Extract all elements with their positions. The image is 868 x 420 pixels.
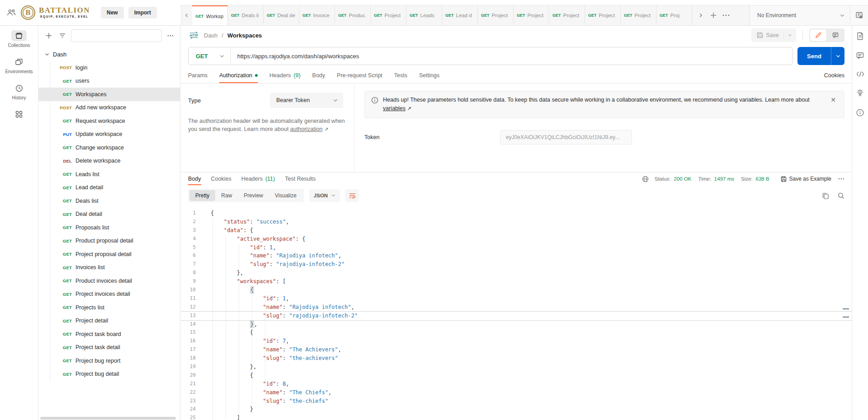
request-item[interactable]: GETProject bug detail [38,368,180,381]
request-item[interactable]: PUTUpdate workspace [38,128,180,141]
save-button[interactable]: Save [751,28,797,42]
request-item[interactable]: GETInvoices list [38,261,180,275]
import-button[interactable]: Import [128,7,157,19]
request-tab-5[interactable]: GETProduc [335,5,371,25]
info-icon[interactable] [856,109,864,117]
send-options-chevron-icon[interactable] [831,47,844,65]
sidebar-item-more[interactable] [0,104,38,124]
request-tab-4[interactable]: GETInvoice [299,5,335,25]
request-tab-12[interactable]: GETProject [585,5,621,25]
request-item[interactable]: GETProject bug report [38,354,180,368]
request-item[interactable]: GETProject detail [38,314,180,328]
request-item[interactable]: GETProject task detail [38,341,180,355]
new-button[interactable]: New [101,7,124,19]
save-options-chevron-icon[interactable] [783,32,796,39]
add-collection-icon[interactable] [44,31,54,41]
view-mode-raw[interactable]: Raw [215,190,238,201]
status-value[interactable]: 200 OK [674,176,692,182]
sidebar-horizontal-scrollbar[interactable] [40,417,176,420]
tab-authorization[interactable]: Authorization [219,67,258,83]
request-item[interactable]: GETusers [38,75,180,88]
breadcrumb-request-name[interactable]: Workspaces [227,32,262,39]
collection-dash[interactable]: Dash [38,47,180,61]
response-tab-body[interactable]: Body [188,173,201,185]
response-more-options-icon[interactable] [838,178,844,180]
tabs-scroll-right-icon[interactable] [695,9,707,21]
request-item[interactable]: GETDeals list [38,194,180,208]
wrap-line-button[interactable] [345,189,359,202]
request-item[interactable]: GETDeal detail [38,208,180,221]
response-body-viewer[interactable]: 1{2 "status": "success",3 "data": {4 "ac… [181,206,852,420]
request-item[interactable]: GETProject proposal detail [38,247,180,261]
network-globe-icon[interactable] [642,176,649,182]
request-item[interactable]: GETProject invoices detail [38,288,180,301]
request-item[interactable]: GETProjects list [38,301,180,314]
response-tab-test-results[interactable]: Test Results [285,173,316,185]
sidebar-item-environments[interactable]: Environments [0,52,38,78]
request-item[interactable]: GETRequest workspace [38,114,180,128]
tab-pre-request-script[interactable]: Pre-request Script [337,67,382,83]
request-tab-7[interactable]: GETLeads [406,5,442,25]
sidebar-search-input[interactable] [71,29,162,42]
environment-quick-look-icon[interactable] [850,5,868,26]
response-format-selector[interactable]: JSON [309,189,340,202]
request-item[interactable]: DELDelete workspace [38,154,180,168]
request-tab-1[interactable]: GETWorksp [192,5,228,25]
tab-tests[interactable]: Tests [394,67,407,83]
tabs-scroll-left-icon[interactable] [181,5,192,25]
request-tab-2[interactable]: GETDeals li [228,5,264,25]
request-url-input[interactable]: https://apps.rajodiya.com/dash/api/works… [231,53,359,60]
request-item[interactable]: POSTAdd new workspace [38,101,180,115]
request-tab-9[interactable]: GETProject [478,5,514,25]
time-value[interactable]: 1497 ms [714,176,734,182]
comments-icon[interactable] [856,52,864,59]
response-tab-headers[interactable]: Headers(11) [241,173,275,185]
view-mode-pretty[interactable]: Pretty [189,190,215,201]
view-mode-preview[interactable]: Preview [238,190,269,201]
auth-type-selector[interactable]: Bearer Token [270,93,343,108]
request-tab-6[interactable]: GETProject [371,5,406,25]
tab-settings[interactable]: Settings [419,67,439,83]
request-item[interactable]: GETLeads list [38,168,180,181]
banner-close-icon[interactable]: ✕ [829,96,838,104]
cookies-link[interactable]: Cookies [824,72,844,79]
request-tab-8[interactable]: GETLead d [442,5,478,25]
tab-options-icon[interactable] [720,9,732,21]
request-item[interactable]: GETProposals list [38,221,180,234]
request-item[interactable]: GETProject task board [38,327,180,341]
request-item[interactable]: GETLead detail [38,181,180,195]
environment-selector[interactable]: No Environment [750,12,850,19]
filter-icon[interactable] [57,31,67,41]
sidebar-item-history[interactable]: History [0,78,38,104]
response-tab-cookies[interactable]: Cookies [211,173,231,185]
edit-mode-button[interactable] [810,29,826,41]
variables-link[interactable]: variables [383,105,406,112]
breadcrumb-collection[interactable]: Dash [204,32,217,39]
request-tab-3[interactable]: GETDeal de [264,5,299,25]
tab-params[interactable]: Params [188,67,208,83]
request-item[interactable]: GETProduct proposal detail [38,234,180,248]
sidebar-item-collections[interactable]: Collections [0,26,38,52]
save-as-example-button[interactable]: Save as Example [781,176,831,182]
code-snippet-icon[interactable] [856,71,864,77]
authorization-docs-link[interactable]: authorization [290,126,323,132]
request-tab-14[interactable]: GETProj [656,5,692,25]
request-item[interactable]: POSTlogin [38,61,180,75]
search-response-icon[interactable] [838,192,844,199]
new-tab-icon[interactable] [708,9,719,21]
method-selector[interactable]: GET [189,53,231,60]
request-item[interactable]: GETProduct invoices detail [38,274,180,288]
team-icon[interactable] [6,9,16,17]
view-mode-visualize[interactable]: Visualize [269,190,302,201]
request-item[interactable]: GETChange workspace [38,141,180,154]
send-button[interactable]: Send [797,47,831,65]
size-value[interactable]: 638 B [756,176,769,182]
request-tab-11[interactable]: GETProject [549,5,585,25]
request-tab-13[interactable]: GETProject [621,5,656,25]
tab-headers[interactable]: Headers(9) [269,67,301,83]
comments-button[interactable] [827,29,844,41]
copy-response-icon[interactable] [822,192,829,199]
token-input[interactable]: eyJ0eXAiOiJKV1QiLCJhbGciOiJIUzI1NiJ9.ey.… [500,130,632,145]
sidebar-more-options-icon[interactable] [165,31,175,41]
documentation-icon[interactable] [857,32,864,40]
